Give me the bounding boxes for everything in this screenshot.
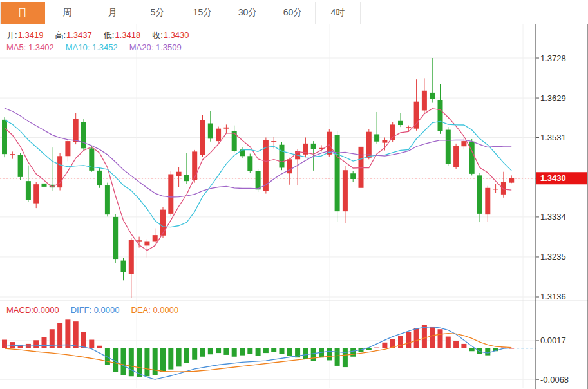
macd-histogram-bar [65,319,70,348]
candle-body [366,132,372,158]
macd-histogram-bar [33,340,39,348]
candle-body [311,144,316,149]
candle-body [208,124,213,139]
diff-readout: DIFF: 0.0000 [71,305,120,315]
price-axis-label: 1.3136 [540,292,566,301]
candle-body [232,131,237,151]
candle-body [469,142,475,174]
candle-body [153,235,158,241]
candle-body [65,141,70,156]
macd-histogram-bar [168,348,173,370]
macd-histogram-bar [382,343,387,348]
macd-histogram-bar [184,348,189,363]
candle-body [438,100,443,131]
macd-histogram-bar [240,348,245,356]
macd-histogram-bar [422,325,427,348]
macd-histogram-bar [144,348,149,376]
macd-histogram-bar [414,328,419,348]
candle-body [216,129,221,141]
candle-body [33,184,39,203]
macd-histogram-bar [287,348,292,356]
chart-canvas[interactable]: 1.37281.36291.35311.34301.33341.32351.31… [0,24,588,389]
candle-body [287,159,292,173]
macd-histogram-bar [247,348,252,354]
macd-legend: MACD:0.0000DIFF: 0.0000DEA: 0.0000 [6,305,190,315]
macd-histogram-bar [271,348,276,352]
tab-30min[interactable]: 30分 [225,2,270,24]
macd-histogram-bar [446,337,451,348]
candle-body [2,120,7,154]
macd-histogram-bar [42,337,47,348]
macd-histogram-bar [263,348,269,353]
macd-histogram-bar [327,348,332,360]
macd-histogram-bar [176,348,182,366]
macd-histogram-bar [256,348,261,356]
macd-histogram-bar [81,332,86,348]
macd-histogram-bar [485,348,490,356]
macd-histogram-bar [232,348,237,357]
tab-4hour[interactable]: 4时 [316,2,361,24]
price-axis-label: 1.3235 [540,252,566,261]
price-axis-label: 1.3531 [540,133,566,142]
tab-day[interactable]: 日 [0,2,45,24]
tab-15min[interactable]: 15分 [180,2,225,24]
candle-body [493,189,498,189]
macd-histogram-bar [200,348,205,357]
macd-histogram-bar [406,332,411,348]
candle-body [256,171,261,189]
tab-5min[interactable]: 5分 [135,2,180,24]
candle-body [422,91,427,111]
candle-body [350,173,356,179]
macd-histogram-bar [398,336,403,348]
tab-60min[interactable]: 60分 [270,2,316,24]
candle-body [184,175,189,181]
macd-histogram-bar [350,348,356,357]
candle-body [485,188,490,214]
candle-body [280,145,285,168]
macd-histogram-bar [129,348,134,376]
candle-body [18,155,23,176]
macd-histogram-bar [89,340,94,348]
macd-histogram-bar [430,327,435,348]
tab-month[interactable]: 月 [90,2,135,24]
candle-body [176,172,182,176]
candle-body [10,154,15,155]
macd-histogram-bar [366,348,372,350]
candle-body [81,122,86,148]
candle-body [453,146,459,167]
open-value: 1.3419 [18,30,44,40]
price-axis-label: 1.3728 [540,53,566,63]
macd-histogram-bar [311,348,316,361]
ma10-readout: MA10: 1.3452 [66,43,118,52]
candle-body [200,120,205,155]
macd-histogram-bar [280,348,285,354]
candle-body [113,217,118,259]
close-value: 1.3430 [164,30,189,40]
macd-readout: MACD:0.0000 [6,305,59,315]
candle-body [160,210,166,236]
high-value: 1.3437 [66,30,92,40]
candle-body [137,240,142,241]
tab-week[interactable]: 周 [45,2,90,24]
candle-body [414,102,419,129]
candle-body [168,174,173,213]
price-axis-label: 1.3334 [540,212,566,222]
candle-body [97,171,102,185]
macd-histogram-bar [73,321,79,348]
candle-body [73,119,79,142]
open-label: 开: [6,30,17,40]
macd-histogram-bar [461,344,466,348]
candle-body [247,156,252,171]
timeframe-tab-bar: 日周月5分15分30分60分4时 [0,0,588,24]
ma5-readout: MA5: 1.3402 [6,43,54,52]
macd-histogram-bar [223,348,229,355]
candle-body [501,182,506,194]
macd-axis-label: 0.0017 [540,336,566,345]
macd-histogram-bar [192,348,197,360]
candle-body [121,261,126,272]
candle-body [477,175,482,214]
macd-histogram-bar [343,348,348,367]
price-axis-label: 1.3629 [540,93,566,103]
high-label: 高: [55,30,66,40]
ma-legend: MA5: 1.3402MA10: 1.3452MA20: 1.3509 [6,43,193,52]
